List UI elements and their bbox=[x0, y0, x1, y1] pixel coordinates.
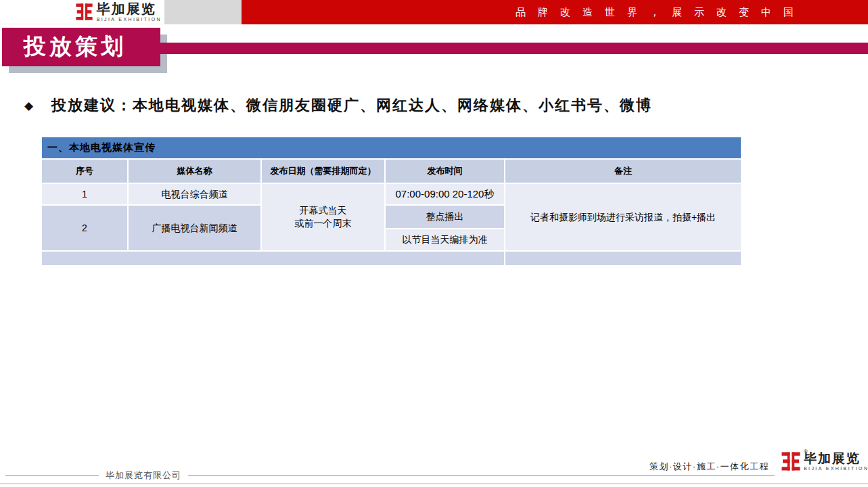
footer-logo: ® 毕加展览 BIJIA EXHIBITION bbox=[781, 451, 868, 471]
brand-slogan: 品牌改造世界，展示改变中国 bbox=[516, 6, 806, 19]
date-line1: 开幕式当天 bbox=[300, 204, 347, 217]
diamond-bullet-icon: ◆ bbox=[24, 100, 33, 112]
header-red-bar: 品牌改造世界，展示改变中国 bbox=[242, 0, 868, 24]
col-header-media: 媒体名称 bbox=[129, 160, 260, 183]
header-logo-subtitle: BIJIA EXHIBITION bbox=[97, 17, 162, 22]
recommendation-line: ◆ 投放建议：本地电视媒体、微信朋友圈硬广、网红达人、网络媒体、小红书号、微博 bbox=[24, 95, 652, 116]
col-header-time: 发布时间 bbox=[386, 160, 504, 183]
footer-company-name: 毕加展览有限公司 bbox=[99, 469, 188, 482]
cell-row1-time: 07:00-09:00 20-120秒 bbox=[386, 184, 504, 204]
bijia-logo-icon-footer bbox=[781, 451, 801, 471]
header-logo-area: 毕加展览 BIJIA EXHIBITION bbox=[0, 0, 164, 24]
cell-empty-left bbox=[42, 252, 504, 265]
header-logo-name: 毕加展览 bbox=[97, 2, 162, 16]
footer-logo-subtitle: BIJIA EXHIBITION bbox=[804, 466, 868, 471]
date-line2: 或前一个周末 bbox=[295, 217, 352, 230]
cell-row2-time: 整点播出 bbox=[386, 206, 504, 228]
cell-remark-merged: 记者和摄影师到场进行采访报道，拍摄+播出 bbox=[505, 184, 741, 250]
header-logo: 毕加展览 BIJIA EXHIBITION bbox=[75, 2, 162, 22]
footer-services-text: 策划·设计·施工·一体化工程 bbox=[649, 461, 769, 473]
page-title: 投放策划 bbox=[2, 28, 160, 66]
header-gray-divider bbox=[164, 0, 242, 24]
col-header-no: 序号 bbox=[42, 160, 127, 183]
col-header-remark: 备注 bbox=[505, 160, 741, 183]
bijia-logo-icon bbox=[75, 3, 93, 21]
cell-row1-no: 1 bbox=[42, 184, 127, 204]
footer-rule-right-segment bbox=[188, 476, 775, 476]
tv-media-table: 一、本地电视媒体宣传 序号 媒体名称 发布日期（需要排期而定） 发布时间 备注 … bbox=[42, 137, 742, 265]
col-header-date: 发布日期（需要排期而定） bbox=[262, 160, 384, 183]
table-section-title: 一、本地电视媒体宣传 bbox=[42, 137, 741, 158]
header-logo-text: 毕加展览 BIJIA EXHIBITION bbox=[97, 2, 162, 22]
cell-row2-media: 广播电视台新闻频道 bbox=[129, 206, 260, 250]
footer-logo-name: 毕加展览 bbox=[804, 452, 868, 465]
cell-row3-time: 以节目当天编排为准 bbox=[386, 229, 504, 250]
title-banner-rule bbox=[160, 43, 868, 54]
cell-row2-no: 2 bbox=[42, 206, 127, 250]
cell-empty-right bbox=[505, 252, 741, 265]
cell-date-merged: 开幕式当天 或前一个周末 bbox=[262, 184, 384, 250]
slide: 毕加展览 BIJIA EXHIBITION 品牌改造世界，展示改变中国 投放策划… bbox=[0, 0, 868, 487]
slide-bottom-edge bbox=[0, 483, 868, 484]
registered-trademark-symbol: ® bbox=[804, 448, 808, 455]
recommendation-text: 投放建议：本地电视媒体、微信朋友圈硬广、网红达人、网络媒体、小红书号、微博 bbox=[51, 95, 652, 116]
footer-logo-text: 毕加展览 BIJIA EXHIBITION bbox=[804, 452, 868, 471]
cell-row1-media: 电视台综合频道 bbox=[129, 184, 260, 204]
footer-rule-left-segment bbox=[5, 476, 99, 476]
